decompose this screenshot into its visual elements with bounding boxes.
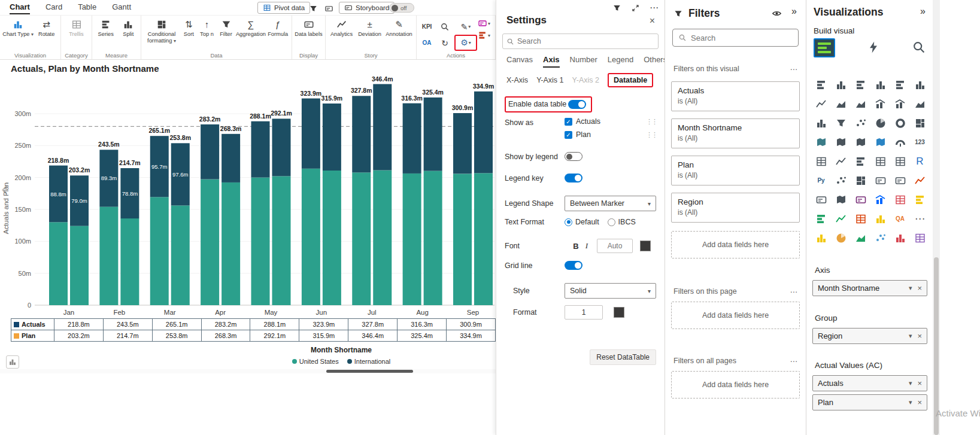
card-icon[interactable]: 123 (910, 133, 930, 152)
bold-button[interactable]: B (571, 242, 581, 251)
kpi-button[interactable]: KPI (418, 19, 435, 35)
bullet-chart-icon[interactable] (811, 209, 831, 229)
pie-chart-icon[interactable] (870, 114, 890, 133)
100-stacked-column-chart-icon[interactable] (910, 75, 930, 95)
power-apps-visual-icon[interactable] (851, 190, 870, 209)
reset-datatable-button[interactable]: Reset DataTable (590, 349, 656, 365)
azure-map-icon[interactable] (870, 133, 890, 152)
subtab-datatable[interactable]: Datatable (608, 73, 653, 87)
line-stacked-column-chart-icon[interactable] (870, 95, 890, 114)
legend-item-united-states[interactable]: United States (292, 358, 339, 365)
subtab-x-axis[interactable]: X-Axis (506, 76, 528, 84)
more-options-icon[interactable]: ⋯ (790, 357, 798, 366)
filter-card-plan[interactable]: Planis (All) (671, 156, 800, 185)
font-color-swatch[interactable] (640, 241, 651, 251)
tab-axis[interactable]: Axis (543, 55, 559, 68)
more-visuals-ellipsis-icon[interactable]: ⋯ (910, 209, 930, 229)
legend-key-toggle[interactable] (565, 174, 582, 182)
treemap-icon[interactable] (910, 114, 930, 133)
bar-actuals-Jun-intl[interactable] (302, 99, 320, 169)
deviation-button[interactable]: ± Deviation (356, 17, 384, 48)
style-select[interactable]: Solid ▾ (565, 283, 656, 299)
italic-button[interactable]: I (581, 241, 592, 251)
bar-actuals-Apr-intl[interactable] (201, 124, 219, 180)
multi-row-card-icon[interactable] (811, 152, 831, 171)
bar-plan-Jan-us[interactable] (70, 226, 89, 306)
sparkline-visual-icon[interactable] (831, 209, 851, 229)
stacked-column-chart-icon[interactable] (831, 75, 851, 95)
bar-plan-May-intl[interactable] (272, 118, 291, 176)
radio-default[interactable] (565, 218, 572, 226)
checkbox-actuals[interactable]: ✓ (565, 118, 572, 126)
grid-line-toggle[interactable] (565, 261, 582, 270)
tab-legend[interactable]: Legend (608, 55, 633, 68)
bar-plan-Apr-intl[interactable] (222, 134, 240, 182)
bar-plan-Sep-us[interactable] (474, 173, 493, 305)
filter-card-month-shortname[interactable]: Month Shortnameis (All) (671, 118, 800, 148)
scatter-chart-icon[interactable] (851, 114, 870, 133)
radio-ibcs[interactable] (608, 218, 615, 226)
eye-icon[interactable] (772, 8, 782, 19)
settings-search-input[interactable] (517, 37, 654, 45)
qa-visual-icon[interactable]: QA (890, 209, 910, 229)
remove-field-icon[interactable]: × (917, 398, 922, 407)
bar-plan-Jun-us[interactable] (323, 171, 341, 305)
waterfall-chart-icon[interactable] (811, 114, 831, 133)
more-options-icon[interactable]: ⋯ (790, 287, 798, 296)
chevron-down-icon[interactable]: ▾ (909, 284, 912, 292)
bar-actuals-Sep-us[interactable] (453, 174, 472, 305)
table-icon[interactable] (870, 152, 890, 171)
slicer-icon[interactable] (851, 152, 870, 171)
tab-canvas[interactable]: Canvas (506, 55, 533, 68)
100-stacked-bar-chart-icon[interactable] (890, 75, 910, 95)
checkbox-plan[interactable]: ✓ (565, 131, 572, 139)
filters-search-input[interactable] (691, 34, 796, 42)
export-button[interactable]: ▾ (478, 31, 490, 40)
bar-plan-Jul-us[interactable] (373, 171, 392, 306)
bar-actuals-Aug-intl[interactable] (403, 104, 421, 174)
ribbon-tab-chart[interactable]: Chart (10, 2, 30, 14)
custom-visual-4-icon[interactable] (870, 229, 890, 248)
funnel-chart-icon[interactable] (831, 114, 851, 133)
split-button[interactable]: Split (117, 17, 139, 48)
r-script-visual-icon[interactable]: R (910, 152, 930, 171)
bolt-visual-icon[interactable] (866, 40, 881, 54)
theme-button[interactable]: ▾ (478, 19, 490, 28)
bar-plan-May-us[interactable] (272, 176, 291, 305)
storyboard-button[interactable]: Storyboard (339, 2, 395, 14)
gauge-icon[interactable] (890, 133, 910, 152)
filled-map-icon[interactable] (831, 133, 851, 152)
close-icon[interactable]: × (650, 16, 655, 26)
paginated-report-icon[interactable] (811, 190, 831, 209)
bar-plan-Jun-intl[interactable] (323, 104, 341, 171)
map-icon[interactable] (811, 133, 831, 152)
ribbon-chart-icon[interactable] (910, 95, 930, 114)
decomposition-tree-icon[interactable] (851, 171, 870, 190)
collapse-visualizations-icon[interactable]: » (920, 6, 926, 17)
bar-plan-Sep-intl[interactable] (474, 92, 493, 173)
smart-narrative-icon[interactable] (890, 171, 910, 190)
bar-actuals-Jul-intl[interactable] (352, 96, 371, 172)
bar-actuals-Jul-us[interactable] (352, 172, 371, 305)
subtab-y-axis-2[interactable]: Y-Axis 2 (572, 76, 599, 84)
add-data-fields-dropzone[interactable]: Add data fields here (671, 371, 800, 399)
legend-shape-select[interactable]: Between Marker ▾ (565, 196, 656, 211)
more-options-icon[interactable]: ⋯ (790, 65, 798, 74)
chevron-down-icon[interactable]: ▾ (909, 332, 912, 340)
stacked-area-chart-icon[interactable] (851, 95, 870, 114)
tab-others[interactable]: Others (644, 55, 667, 68)
trellis-button[interactable]: Trellis (63, 17, 90, 48)
bar-plan-Feb-us[interactable] (120, 218, 139, 305)
bar-plan-Aug-intl[interactable] (424, 98, 442, 171)
ribbon-tab-card[interactable]: Card (45, 2, 62, 14)
format-width-input[interactable] (565, 305, 603, 320)
tab-number[interactable]: Number (570, 55, 597, 68)
stacked-bar-chart-icon[interactable] (811, 75, 831, 95)
drag-handle-icon[interactable]: ⋮⋮ (646, 118, 657, 126)
qna-visual-icon[interactable] (870, 171, 890, 190)
focus-mode-icon[interactable] (631, 4, 640, 13)
settings-gear-button[interactable]: ⚙▾ (454, 35, 477, 51)
bar-actuals-May-us[interactable] (251, 178, 270, 305)
power-automate-visual-icon[interactable] (870, 190, 890, 209)
filter-card-region[interactable]: Regionis (All) (671, 193, 800, 223)
